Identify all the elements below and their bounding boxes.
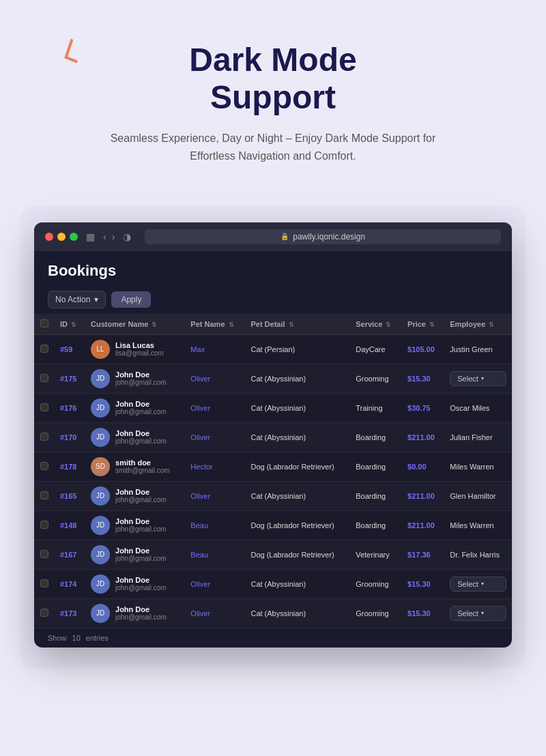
- avatar: SD: [91, 457, 110, 476]
- row-pet-name[interactable]: Beau: [185, 540, 245, 569]
- dot-green[interactable]: [70, 233, 78, 241]
- row-employee[interactable]: Select ▾: [444, 598, 512, 628]
- show-label: Show: [48, 634, 67, 642]
- dropdown-chevron-icon: ▾: [481, 581, 484, 587]
- theme-toggle-icon[interactable]: ◑: [123, 231, 131, 242]
- th-customer[interactable]: Customer Name ⇅: [85, 314, 185, 335]
- row-id[interactable]: #59: [55, 334, 85, 364]
- row-id[interactable]: #165: [55, 481, 85, 510]
- row-pet-detail: Cat (Abyssinian): [245, 569, 350, 598]
- row-checkbox-cell: [34, 393, 55, 422]
- row-pet-name[interactable]: Oliver: [185, 364, 245, 393]
- row-checkbox[interactable]: [40, 609, 48, 617]
- table-header-row: ID ⇅ Customer Name ⇅ Pet Name ⇅ Pet Deta…: [34, 314, 512, 335]
- employee-select-dropdown[interactable]: Select ▾: [450, 577, 506, 592]
- row-pet-detail: Cat (Abyssinian): [245, 481, 350, 510]
- th-price[interactable]: Price ⇅: [402, 314, 444, 335]
- row-checkbox[interactable]: [40, 374, 48, 382]
- row-id[interactable]: #174: [55, 569, 85, 598]
- row-pet-detail: Cat (Persian): [245, 334, 350, 364]
- row-pet-detail: Dog (Labrador Retriever): [245, 452, 350, 481]
- row-pet-name[interactable]: Max: [185, 334, 245, 364]
- table-row: #173 JD John Doe john@gmail.com OliverCa…: [34, 598, 512, 628]
- browser-dots: [45, 233, 78, 241]
- customer-info: John Doe john@gmail.com: [115, 576, 167, 592]
- employee-select-dropdown[interactable]: Select ▾: [450, 371, 506, 386]
- address-bar[interactable]: 🔒 pawlly.iqonic.design: [145, 229, 501, 244]
- row-pet-name[interactable]: Oliver: [185, 481, 245, 510]
- avatar: JD: [91, 428, 110, 447]
- th-pet-name[interactable]: Pet Name ⇅: [185, 314, 245, 335]
- row-id[interactable]: #175: [55, 364, 85, 393]
- customer-info: John Doe john@gmail.com: [115, 488, 167, 504]
- customer-email: john@gmail.com: [115, 496, 167, 504]
- sparkle-icon: [55, 38, 89, 74]
- row-pet-name[interactable]: Oliver: [185, 598, 245, 628]
- row-checkbox-cell: [34, 452, 55, 481]
- th-pet-detail[interactable]: Pet Detail ⇅: [245, 314, 350, 335]
- row-pet-name[interactable]: Oliver: [185, 569, 245, 598]
- customer-info: John Doe john@gmail.com: [115, 547, 167, 562]
- row-customer: JD John Doe john@gmail.com: [85, 481, 185, 510]
- row-price: $0.00: [402, 452, 444, 481]
- row-service: Grooming: [350, 364, 402, 393]
- action-dropdown[interactable]: No Action ▾: [48, 291, 106, 308]
- row-pet-name[interactable]: Beau: [185, 510, 245, 540]
- select-label: Select: [457, 580, 478, 588]
- th-employee[interactable]: Employee ⇅: [444, 314, 512, 335]
- row-checkbox-cell: [34, 569, 55, 598]
- row-id[interactable]: #148: [55, 510, 85, 540]
- row-id[interactable]: #167: [55, 540, 85, 569]
- row-pet-detail: Cat (Abyssinian): [245, 422, 350, 452]
- row-employee: Glen Hamiltor: [444, 481, 512, 510]
- row-checkbox-cell: [34, 510, 55, 540]
- row-employee: Oscar Miles: [444, 393, 512, 422]
- customer-name: John Doe: [115, 488, 167, 496]
- row-checkbox-cell: [34, 422, 55, 452]
- row-checkbox[interactable]: [40, 433, 48, 441]
- row-pet-detail: Dog (Labrador Retriever): [245, 510, 350, 540]
- lock-icon: 🔒: [281, 233, 289, 240]
- row-customer: JD John Doe john@gmail.com: [85, 364, 185, 393]
- th-id[interactable]: ID ⇅: [55, 314, 85, 335]
- row-employee[interactable]: Select ▾: [444, 364, 512, 393]
- row-price: $15.30: [402, 598, 444, 628]
- row-checkbox[interactable]: [40, 521, 48, 529]
- header-checkbox[interactable]: [40, 319, 48, 328]
- row-checkbox[interactable]: [40, 579, 48, 587]
- row-checkbox[interactable]: [40, 550, 48, 558]
- row-id[interactable]: #173: [55, 598, 85, 628]
- row-checkbox-cell: [34, 540, 55, 569]
- row-pet-name[interactable]: Hector: [185, 452, 245, 481]
- apply-button[interactable]: Apply: [111, 291, 151, 308]
- row-pet-name[interactable]: Oliver: [185, 393, 245, 422]
- dropdown-arrow-icon: ▾: [94, 295, 98, 304]
- row-price: $211.00: [402, 481, 444, 510]
- dot-yellow[interactable]: [57, 233, 66, 241]
- dot-red[interactable]: [45, 233, 53, 241]
- row-service: Veterinary: [350, 540, 402, 569]
- table-row: #167 JD John Doe john@gmail.com BeauDog …: [34, 540, 512, 569]
- forward-icon[interactable]: ›: [112, 231, 115, 242]
- row-employee[interactable]: Select ▾: [444, 569, 512, 598]
- employee-select-dropdown[interactable]: Select ▾: [450, 606, 506, 621]
- avatar: JD: [91, 545, 110, 564]
- back-icon[interactable]: ‹: [103, 231, 106, 242]
- th-service[interactable]: Service ⇅: [350, 314, 402, 335]
- customer-name: John Doe: [115, 400, 167, 408]
- row-id[interactable]: #170: [55, 422, 85, 452]
- row-service: Boarding: [350, 481, 402, 510]
- customer-email: john@gmail.com: [115, 555, 167, 562]
- row-pet-name[interactable]: Oliver: [185, 422, 245, 452]
- row-checkbox[interactable]: [40, 491, 48, 499]
- layout-icon: ▦: [86, 231, 95, 242]
- row-customer: JD John Doe john@gmail.com: [85, 569, 185, 598]
- browser-nav: ‹ ›: [103, 231, 115, 242]
- row-id[interactable]: #178: [55, 452, 85, 481]
- row-checkbox[interactable]: [40, 345, 48, 353]
- row-id[interactable]: #176: [55, 393, 85, 422]
- row-checkbox[interactable]: [40, 462, 48, 470]
- row-checkbox[interactable]: [40, 403, 48, 411]
- th-checkbox: [34, 314, 55, 335]
- avatar: JD: [91, 398, 110, 418]
